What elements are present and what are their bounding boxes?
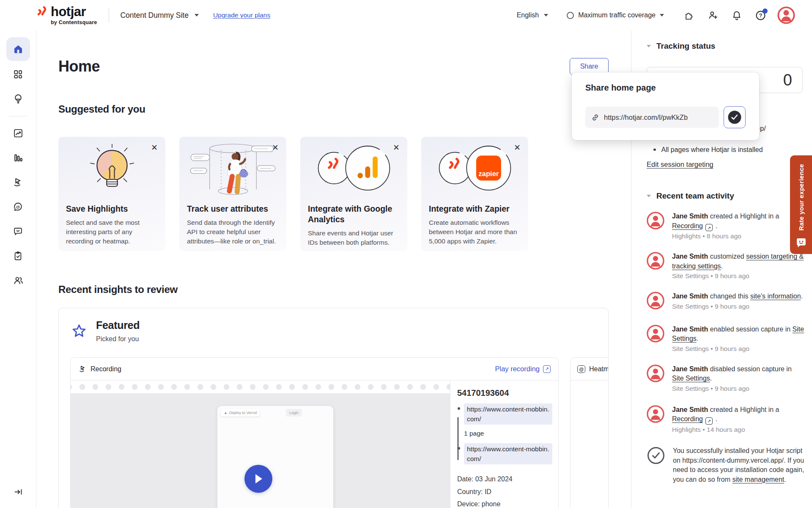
close-icon[interactable]: ✕ <box>512 142 522 153</box>
chevron-down-icon <box>647 45 651 47</box>
external-link-icon: ↗ <box>543 365 551 373</box>
card-integrate-zapier[interactable]: ✕ zapier Integrate with Zapier Create au… <box>421 137 528 251</box>
close-icon[interactable]: ✕ <box>270 142 280 153</box>
bar-chart-icon <box>13 152 23 163</box>
site-settings-link[interactable]: Site Settings <box>672 375 710 382</box>
featured-card: Featured Picked for you Recording <box>58 308 609 508</box>
team-activity-section-toggle[interactable]: Recent team activity <box>647 191 804 201</box>
play-recording-label: Play recording <box>495 365 540 373</box>
site-selector[interactable]: Content Dummy Site <box>120 11 198 20</box>
sidebar-item-funnels[interactable] <box>6 148 30 167</box>
header-divider <box>109 8 109 23</box>
speech-bubble-icon <box>13 226 23 237</box>
tracking-status-section-toggle[interactable]: Tracking status <box>647 41 804 51</box>
star-icon <box>71 323 87 339</box>
site-selector-label: Content Dummy Site <box>120 11 188 20</box>
actor-name: Jane Smith <box>672 326 708 333</box>
sidebar-item-heatmaps[interactable] <box>6 172 30 192</box>
play-button[interactable] <box>244 465 272 493</box>
sidebar-item-feedback[interactable] <box>6 221 30 241</box>
recording-player[interactable]: ▲Deploy to Vercel Login <box>71 381 450 508</box>
clipboard-check-icon <box>13 251 23 261</box>
tracking-scope: All pages where Hotjar is installed <box>653 146 804 154</box>
heatmap-label: Heatmap <box>589 365 609 373</box>
sidebar-item-recordings[interactable]: @ <box>6 197 30 216</box>
close-icon[interactable]: ✕ <box>149 142 159 153</box>
actor-name: Jane Smith <box>672 213 708 220</box>
site-info-link[interactable]: site's information <box>750 293 801 300</box>
sidebar-item-dashboards[interactable] <box>6 64 30 84</box>
lightbulb-icon <box>13 93 24 104</box>
session-device: Device: phone <box>457 498 552 508</box>
login-chip: Login <box>286 409 302 417</box>
notifications-bell-icon[interactable] <box>731 9 743 21</box>
traffic-coverage-selector[interactable]: Maximum traffic coverage <box>567 11 664 19</box>
page-title: Home <box>58 58 100 75</box>
card-save-highlights[interactable]: ✕ <box>58 137 165 251</box>
brand-name: hotjar <box>51 5 97 18</box>
close-icon[interactable]: ✕ <box>391 142 401 153</box>
recording-details: 54170193604 https://www.content-mobbin.c… <box>450 381 558 508</box>
hotjar-logo[interactable]: hotjar by Contentsquare <box>36 5 97 25</box>
copy-confirm-button[interactable] <box>724 106 746 128</box>
recording-card: Recording Play recording ↗ ▲Deploy to Ve… <box>70 357 559 508</box>
upgrade-plans-link[interactable]: Upgrade your plans <box>213 11 270 19</box>
home-icon <box>13 44 24 55</box>
user-attributes-illustration <box>187 141 279 197</box>
activity-meta: Site Settings • 9 hours ago <box>672 272 804 280</box>
activity-item: Jane Smith created a Highlight in a Reco… <box>647 212 804 240</box>
rate-experience-label: Rate your experience <box>798 164 805 231</box>
user-avatar[interactable] <box>777 6 795 24</box>
help-icon[interactable]: ? <box>754 9 766 21</box>
actor-name: Jane Smith <box>672 293 708 300</box>
avatar <box>647 364 664 392</box>
sidebar-item-interviews[interactable] <box>6 271 30 290</box>
card-description: Share events and Hotjar user IDs between… <box>308 229 400 247</box>
page-screenshot-thumbnail: ▲Deploy to Vercel Login <box>217 406 333 508</box>
activity-meta: Highlights • 14 hours ago <box>672 426 804 433</box>
activity-item: Jane Smith changed this site's informati… <box>647 292 804 310</box>
vercel-triangle-icon: ▲ <box>224 411 228 415</box>
site-management-link[interactable]: site management <box>732 476 785 483</box>
recording-link[interactable]: Recording <box>672 415 703 422</box>
card-description: Select and save the most interesting par… <box>66 218 158 246</box>
invite-user-icon[interactable] <box>707 9 719 21</box>
top-bar: hotjar by Contentsquare Content Dummy Si… <box>0 0 812 30</box>
brand-byline: by Contentsquare <box>51 20 97 25</box>
language-selector[interactable]: English <box>517 11 548 19</box>
hotjar-flame-icon <box>36 5 48 21</box>
sidebar-item-trends[interactable] <box>6 123 30 143</box>
activity-item: Jane Smith customized session targeting … <box>647 252 804 280</box>
language-label: English <box>517 11 539 19</box>
play-recording-link[interactable]: Play recording ↗ <box>495 365 551 373</box>
session-country: Country: ID <box>457 486 552 498</box>
share-url-field[interactable]: https://hotjar.com/l/pwKkZb <box>585 107 719 128</box>
users-icon <box>13 275 24 286</box>
actor-name: Jane Smith <box>672 365 708 373</box>
header-icon-group: ? <box>683 9 766 21</box>
recording-link[interactable]: Recording <box>672 222 703 229</box>
sidebar-item-surveys[interactable] <box>6 246 30 265</box>
heatmap-card[interactable]: @ Heatmap <box>570 357 609 508</box>
card-title: Save Highlights <box>66 204 158 214</box>
card-title: Integrate with Zapier <box>429 204 521 214</box>
session-id: 54170193604 <box>457 388 552 398</box>
avatar <box>647 292 664 310</box>
card-integrate-google-analytics[interactable]: ✕ Integrate with Google Analytics Share … <box>300 137 407 251</box>
card-track-user-attributes[interactable]: ✕ <box>179 137 286 251</box>
integrations-puzzle-icon[interactable] <box>683 9 695 21</box>
edit-session-targeting-link[interactable]: Edit session targeting <box>647 160 713 168</box>
visited-url: https://www.content-mobbin.com/ <box>464 443 552 464</box>
card-description: Send data through the Identify API to cr… <box>187 218 279 246</box>
recording-cursor-icon <box>78 365 87 373</box>
rate-experience-tab[interactable]: Rate your experience <box>790 155 812 254</box>
sidebar-item-home[interactable] <box>6 37 30 61</box>
at-bubble-icon: @ <box>13 202 23 212</box>
card-title: Integrate with Google Analytics <box>308 204 400 225</box>
actor-name: Jane Smith <box>672 406 708 413</box>
chevron-down-icon <box>195 14 199 17</box>
insights-heading: Recent insights to review <box>58 284 609 295</box>
sidebar-item-highlights[interactable] <box>6 89 30 108</box>
suggested-cards: ✕ <box>58 137 609 251</box>
sidebar-collapse-button[interactable] <box>0 487 36 497</box>
